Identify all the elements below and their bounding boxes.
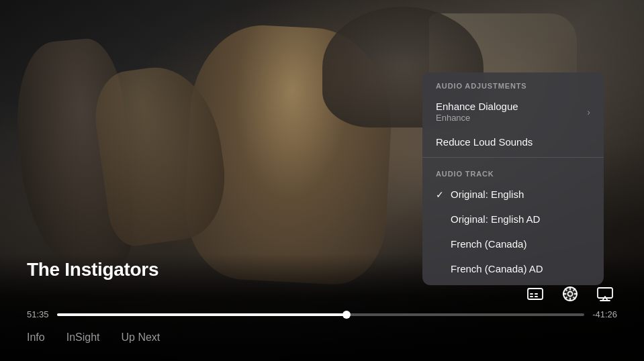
track-french-canada[interactable]: ✓ French (Canada) [422, 231, 604, 256]
track-label-english-ad: Original: English AD [451, 213, 540, 225]
track-label-french: French (Canada) [451, 238, 526, 250]
progress-bar-fill [57, 313, 347, 316]
tab-up-next[interactable]: Up Next [122, 329, 160, 346]
track-label-english: Original: English [451, 189, 524, 200]
progress-bar[interactable] [57, 313, 585, 316]
subtitles-button[interactable] [523, 282, 547, 306]
reduce-loud-sounds-content: Reduce Loud Sounds [436, 136, 533, 148]
audio-adjustments-header: AUDIO ADJUSTMENTS [422, 72, 604, 94]
svg-rect-1 [530, 293, 533, 295]
audio-track-header: AUDIO TRACK [422, 160, 604, 182]
tab-insight[interactable]: InSight [66, 329, 100, 346]
track-original-english-ad[interactable]: ✓ Original: English AD [422, 207, 604, 231]
track-french-canada-ad[interactable]: ✓ French (Canada) AD [422, 256, 604, 285]
audio-panel: AUDIO ADJUSTMENTS Enhance Dialogue Enhan… [422, 72, 604, 285]
enhance-dialogue-title: Enhance Dialogue [436, 101, 518, 112]
settings-button[interactable] [558, 282, 582, 306]
svg-rect-2 [535, 293, 538, 295]
enhance-dialogue-item[interactable]: Enhance Dialogue Enhance › [422, 94, 604, 130]
svg-rect-3 [530, 296, 533, 297]
svg-rect-4 [535, 296, 538, 297]
enhance-dialogue-content: Enhance Dialogue Enhance [436, 101, 518, 123]
reduce-loud-sounds-title: Reduce Loud Sounds [436, 136, 533, 148]
airplay-button[interactable] [593, 282, 617, 306]
track-label-french-ad: French (Canada) AD [451, 263, 543, 274]
progress-bar-container[interactable]: 51:35 -41:26 [27, 309, 617, 319]
tab-info[interactable]: Info [27, 329, 45, 346]
panel-divider [422, 157, 604, 158]
enhance-dialogue-chevron: › [587, 107, 590, 117]
track-original-english[interactable]: ✓ Original: English [422, 182, 604, 207]
remaining-time: -41:26 [592, 309, 617, 319]
enhance-dialogue-subtitle: Enhance [436, 113, 518, 123]
track-check-english: ✓ [436, 189, 448, 200]
nav-tabs: Info InSight Up Next [27, 329, 160, 346]
reduce-loud-sounds-item[interactable]: Reduce Loud Sounds [422, 130, 604, 154]
title-row: The Instigators [27, 259, 158, 280]
current-time: 51:35 [27, 309, 49, 319]
playback-icons [523, 282, 617, 306]
movie-title: The Instigators [27, 259, 158, 280]
